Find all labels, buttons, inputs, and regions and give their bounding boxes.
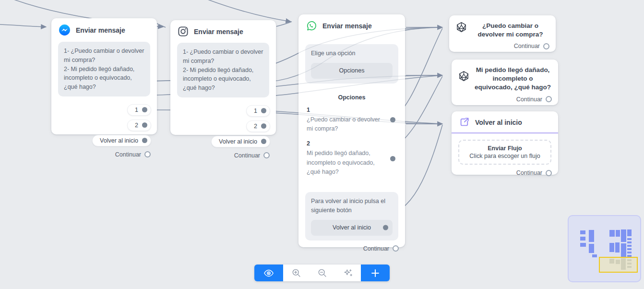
whatsapp-icon <box>306 20 317 32</box>
continue-handle[interactable] <box>393 245 399 252</box>
continue-handle[interactable] <box>144 151 151 157</box>
continue-handle[interactable] <box>543 43 549 49</box>
minimap-node <box>609 243 614 252</box>
node-title: Volver al inicio <box>475 119 522 126</box>
continue-handle[interactable] <box>546 96 552 102</box>
options-list-header: Opciones <box>298 94 405 101</box>
message-bubble-volver[interactable]: Para volver al inicio pulsa el siguiente… <box>305 192 398 240</box>
minimap[interactable] <box>568 215 641 282</box>
quick-reply-button-volver[interactable]: Volver al inicio <box>211 136 270 147</box>
connector-handle[interactable] <box>261 139 266 144</box>
node-header: Enviar mensaje <box>51 18 157 40</box>
node-header: Volver al inicio <box>452 111 558 133</box>
icosahedron-icon <box>458 71 469 82</box>
message-bubble[interactable]: 1- ¿Puedo cambiar o devolver mi compra? … <box>177 43 269 97</box>
connector-handle[interactable] <box>390 117 395 122</box>
minimap-viewport[interactable] <box>599 257 638 273</box>
zoom-out-button[interactable] <box>309 265 335 281</box>
node-instagram-send-message[interactable]: Enviar mensaje 1- ¿Puedo cambiar o devol… <box>170 20 276 135</box>
minimap-node <box>589 244 594 253</box>
connector-handle[interactable] <box>261 123 266 129</box>
eye-icon <box>263 268 274 278</box>
continue-row: Continuar <box>170 147 276 165</box>
add-node-button[interactable] <box>361 265 390 281</box>
quick-reply-button-1[interactable]: 1 <box>246 105 270 117</box>
connector-handle[interactable] <box>142 138 147 143</box>
minimap-node <box>592 254 597 257</box>
minimap-node <box>621 229 626 242</box>
sparkles-icon <box>343 268 353 278</box>
zoom-in-icon <box>291 268 301 278</box>
instagram-icon <box>178 26 189 37</box>
option-item-2[interactable]: 2 Mi pedido llegó dañado, incompleto o e… <box>298 134 405 178</box>
node-header: Enviar mensaje <box>298 14 405 36</box>
canvas-toolbar <box>254 265 390 281</box>
minimap-node <box>627 238 632 240</box>
continue-handle[interactable] <box>263 152 270 158</box>
auto-arrange-button[interactable] <box>335 265 361 281</box>
node-action-cambiar-devolver[interactable]: ¿Puedo cambiar o devolver mi compra? Con… <box>449 15 556 52</box>
continue-row: Continuar <box>449 42 556 55</box>
minimap-node <box>627 245 632 247</box>
node-title: Enviar mensaje <box>194 28 243 36</box>
quick-reply-button-2[interactable]: 2 <box>127 120 151 131</box>
minimap-node <box>627 248 632 250</box>
plus-icon <box>370 268 381 278</box>
node-title: ¿Puedo cambiar o devolver mi compra? <box>472 22 549 39</box>
connector-handle[interactable] <box>390 156 395 161</box>
connector-handle[interactable] <box>261 108 266 113</box>
minimap-node <box>580 230 585 234</box>
minimap-node <box>627 252 632 253</box>
minimap-node <box>616 230 620 237</box>
minimap-node <box>621 243 626 257</box>
volver-al-inicio-button[interactable]: Volver al inicio <box>311 220 393 236</box>
minimap-node <box>627 229 632 236</box>
messenger-icon <box>59 24 71 36</box>
continue-row: Continuar <box>51 146 157 164</box>
continue-row: Continuar <box>452 165 558 182</box>
node-title: Enviar mensaje <box>76 26 125 34</box>
quick-reply-button-volver[interactable]: Volver al inicio <box>92 135 151 146</box>
minimap-node <box>580 243 586 247</box>
connector-handle[interactable] <box>383 225 388 230</box>
node-header: ¿Puedo cambiar o devolver mi compra? <box>449 15 556 42</box>
connector-handle[interactable] <box>142 122 147 128</box>
option-item-1[interactable]: 1 ¿Puedo cambiar o devolver mi compra? <box>298 101 405 135</box>
quick-reply-button-1[interactable]: 1 <box>127 104 151 116</box>
node-flow-volver-al-inicio[interactable]: Volver al inicio Enviar Flujo Click para… <box>452 111 558 175</box>
icosahedron-icon <box>456 22 467 33</box>
options-button[interactable]: Opciones <box>311 63 393 79</box>
node-whatsapp-send-message[interactable]: Enviar mensaje Elige una opción Opciones… <box>298 14 405 247</box>
zoom-out-icon <box>317 268 327 278</box>
message-bubble[interactable]: Elige una opción Opciones <box>305 44 398 84</box>
continue-row: Continuar <box>452 95 558 108</box>
zoom-in-button[interactable] <box>283 265 309 281</box>
preview-button[interactable] <box>254 265 283 281</box>
node-header: Enviar mensaje <box>170 20 276 41</box>
node-title: Mi pedido llegó dañado, incompleto o equ… <box>474 66 551 92</box>
node-title: Enviar mensaje <box>322 22 372 30</box>
minimap-node <box>589 230 594 242</box>
quick-reply-button-2[interactable]: 2 <box>246 120 270 132</box>
minimap-node <box>627 241 632 243</box>
node-action-pedido-danado[interactable]: Mi pedido llegó dañado, incompleto o equ… <box>452 60 558 105</box>
minimap-node <box>609 230 615 237</box>
flow-picker-button[interactable]: Enviar Flujo Click para escoger un flujo <box>458 140 551 165</box>
connector-handle[interactable] <box>142 107 147 112</box>
minimap-node <box>580 237 585 241</box>
message-bubble[interactable]: 1- ¿Puedo cambiar o devolver mi compra? … <box>58 42 150 96</box>
continue-row: Continuar <box>298 241 405 258</box>
node-header: Mi pedido llegó dañado, incompleto o equ… <box>452 60 558 95</box>
minimap-node <box>615 242 620 253</box>
continue-handle[interactable] <box>546 170 552 176</box>
node-messenger-send-message[interactable]: Enviar mensaje 1- ¿Puedo cambiar o devol… <box>51 18 157 134</box>
external-link-icon <box>459 117 470 128</box>
